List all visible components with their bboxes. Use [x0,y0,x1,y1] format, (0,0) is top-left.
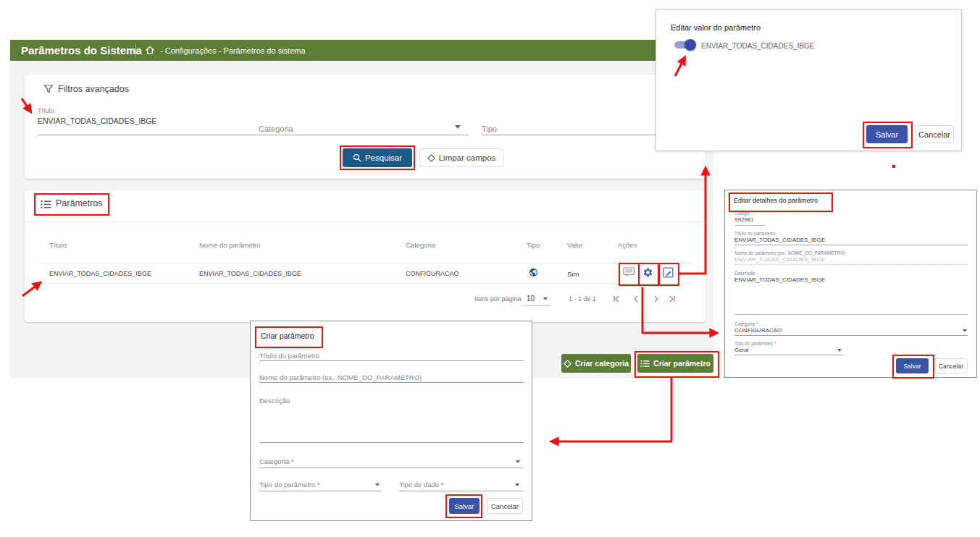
create-parameter-dialog: Criar parâmetro Título do parâmetro Nome… [250,321,532,521]
edit-details-save-label: Salvar [903,363,921,370]
titulo-filter-label: Título [38,107,54,114]
cell-nome: ENVIAR_TODAS_CIDADES_IBGE [199,270,301,277]
list-icon [41,200,51,209]
col-tipo: Tipo [527,241,540,249]
items-per-page-select[interactable]: 10 [527,295,535,303]
items-per-page-label: Itens por página [474,295,522,303]
clear-fields-button[interactable]: Limpar campos [419,148,503,167]
details-categoria-value[interactable]: CONFIGURACAO [734,327,782,334]
cell-valor: Sim [567,270,579,278]
category-diamond-icon [564,360,571,368]
edit-details-cancel-button[interactable]: Cancelar [934,358,968,373]
list-icon [640,360,650,368]
create-nome-field[interactable]: Nome do parâmetro (ex.: NOME_DO_PARAMETR… [259,373,422,381]
tipo-filter-field[interactable]: Tipo [482,122,497,135]
breadcrumb: - Configurações - Parâmetros do sistema [160,46,306,55]
first-page-icon[interactable] [612,295,621,303]
codigo-value[interactable]: 992981 [734,216,754,223]
details-descricao-label: Descrição [734,271,755,276]
create-tipo-parametro-caret-icon[interactable] [375,483,380,486]
create-descricao-field[interactable]: Descrição [259,397,290,405]
home-icon[interactable] [145,45,155,55]
create-titulo-field[interactable]: Título do parâmetro [259,352,319,360]
create-parameter-save-label: Salvar [455,502,474,510]
row-divider-top [38,263,692,263]
create-category-button[interactable]: Criar categoria [561,354,631,373]
app-header-bar: Parâmetros do Sistema - Configurações - … [10,40,713,61]
create-parameter-save-button[interactable]: Salvar [449,498,479,514]
edit-value-save-label: Salvar [876,130,898,139]
edit-details-dialog-title: Editar detalhes do parâmetro [734,197,818,204]
edit-value-dialog: Editar valor do parâmetro ENVIAR_TODAS_C… [656,9,962,151]
toggle-thumb [684,39,696,51]
search-button-label: Pesquisar [365,153,402,162]
create-descricao-underline [259,442,524,443]
col-titulo: Título [49,241,67,249]
details-tipo-label: Tipo do parâmetro * [734,341,776,346]
parameters-card: Parâmetros Título Nome do parâmetro Cate… [25,190,705,322]
create-parameter-cancel-button[interactable]: Cancelar [487,498,523,514]
details-tipo-value[interactable]: Geral [734,347,749,353]
categoria-filter-label: Categoria [259,124,293,133]
annotation-box-unused [892,165,895,168]
details-categoria-underline [734,335,968,336]
create-tipo-dado-field[interactable]: Tipo de dado * [399,481,443,489]
details-titulo-value[interactable]: ENVIAR_TODAS_CIDADES_IBGE [734,237,825,243]
cell-titulo: ENVIAR_TODAS_CIDADES_IBGE [49,270,151,277]
create-tipo-parametro-field[interactable]: Tipo do parâmetro * [259,481,320,489]
create-tipo-dado-underline [399,491,524,491]
create-parameter-cancel-label: Cancelar [491,502,519,510]
items-per-page-caret-icon[interactable] [543,297,548,300]
tipo-filter-label: Tipo [482,124,497,133]
codigo-label: Código [734,211,750,216]
annotation-arrow-create-to-dialog [552,376,671,441]
edit-icon[interactable] [663,267,674,278]
clear-diamond-icon [427,154,435,162]
create-categoria-field[interactable]: Categoria * [259,457,294,465]
create-parameter-dialog-title: Criar parâmetro [261,331,314,340]
annotated-screenshot: Parâmetros do Sistema - Configurações - … [0,0,980,537]
create-parameter-button[interactable]: Criar parâmetro [637,354,713,373]
titulo-filter-value[interactable]: ENVIAR_TODAS_CIDADES_IBGE [38,117,156,125]
comment-icon[interactable] [623,267,635,278]
edit-details-save-button[interactable]: Salvar [896,358,929,373]
prev-page-icon[interactable] [632,295,640,303]
col-nome: Nome do parâmetro [199,241,260,249]
categoria-filter-underline [259,135,469,135]
toggle-switch[interactable] [673,38,698,51]
edit-details-dialog: Editar detalhes do parâmetro Código 9929… [724,190,977,378]
categoria-filter-field[interactable]: Categoria [259,122,293,135]
header-divider [135,43,136,57]
details-nome-value: ENVIAR_TODAS_CIDADES_IBGE [734,256,825,263]
create-tipo-dado-caret-icon[interactable] [515,483,519,486]
details-categoria-caret-icon[interactable] [963,329,967,332]
last-page-icon[interactable] [668,295,677,303]
edit-value-dialog-title: Editar valor do parâmetro [671,23,761,32]
gear-icon[interactable] [642,267,653,278]
section-divider [25,221,705,222]
details-descricao-value[interactable]: ENVIAR_TODAS_CIDADES_IBGE [734,276,825,283]
col-categoria: Categoria [406,241,435,249]
categoria-filter-caret-icon[interactable] [455,125,461,129]
details-tipo-caret-icon[interactable] [837,349,842,352]
row-divider-bottom [38,283,692,284]
clear-fields-button-label: Limpar campos [439,153,496,162]
edit-value-save-button[interactable]: Salvar [866,125,908,143]
details-descricao-underline [734,314,968,315]
cell-categoria: CONFIGURACAO [406,270,459,277]
next-page-icon[interactable] [652,295,661,303]
toggle-label: ENVIAR_TODAS_CIDADES_IBGE [701,42,815,50]
create-categoria-caret-icon[interactable] [516,460,520,463]
details-titulo-label: Título do parâmetro [734,231,776,236]
create-parameter-label: Criar parâmetro [653,359,711,368]
details-nome-underline [734,264,968,265]
edit-details-cancel-label: Cancelar [939,363,963,370]
search-button[interactable]: Pesquisar [343,148,412,167]
search-icon [353,153,361,162]
create-tipo-parametro-underline [259,491,381,491]
page-title: Parâmetros do Sistema [21,44,142,56]
edit-value-cancel-button[interactable]: Cancelar [915,125,954,143]
parameters-section-title: Parâmetros [56,198,103,208]
col-acoes: Ações [618,241,637,249]
filters-section-title: Filtros avançados [58,84,129,94]
